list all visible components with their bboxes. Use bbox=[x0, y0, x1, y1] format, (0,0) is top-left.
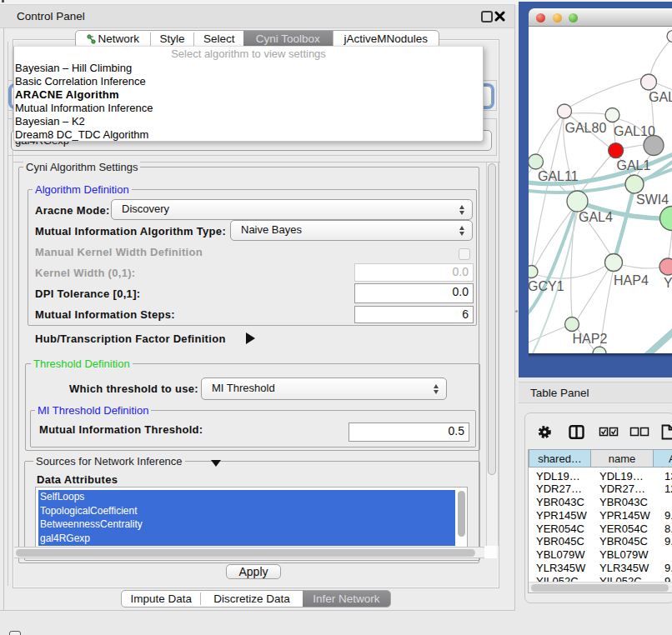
svg-text:HAP2: HAP2 bbox=[573, 332, 608, 346]
svg-text:GAL10: GAL10 bbox=[614, 124, 655, 138]
svg-text:GAL11: GAL11 bbox=[538, 169, 579, 183]
svg-text:GAL4: GAL4 bbox=[579, 210, 613, 224]
svg-text:GAL7: GAL7 bbox=[649, 90, 672, 104]
svg-text:Y: Y bbox=[664, 276, 672, 290]
svg-text:GAL1: GAL1 bbox=[617, 158, 651, 172]
svg-text:GAL80: GAL80 bbox=[565, 121, 607, 135]
svg-text:GCY1: GCY1 bbox=[529, 279, 564, 293]
svg-text:SWI4: SWI4 bbox=[636, 192, 669, 207]
svg-text:HAP4: HAP4 bbox=[614, 273, 649, 288]
